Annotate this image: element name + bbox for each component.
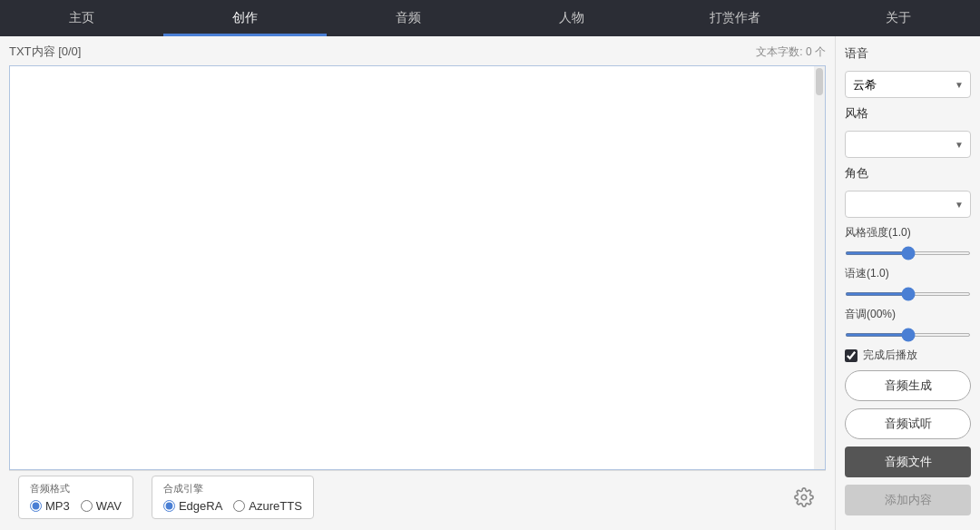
engine-edgera-radio[interactable] (163, 500, 175, 512)
pitch-slider-wrapper (845, 324, 971, 340)
gear-icon[interactable] (791, 485, 817, 510)
left-panel: TXT内容 [0/0] 文本字数: 0 个 音频格式 MP3 WAV (0, 36, 835, 530)
format-group: 音频格式 MP3 WAV (18, 476, 133, 519)
speech-rate-slider[interactable] (845, 292, 971, 296)
format-group-title: 音频格式 (30, 482, 122, 496)
speech-rate-section: 语速(1.0) (845, 266, 971, 299)
txt-label: TXT内容 [0/0] (9, 44, 81, 60)
autoplay-label: 完成后播放 (863, 348, 917, 363)
pitch-section: 音调(00%) (845, 307, 971, 340)
speech-rate-label: 语速(1.0) (845, 266, 971, 281)
style-strength-slider[interactable] (845, 251, 971, 255)
generate-button[interactable]: 音频生成 (845, 370, 971, 401)
svg-point-0 (801, 495, 807, 500)
voice-select-wrapper: 云希 ▼ (845, 71, 971, 98)
engine-azuretts-radio[interactable] (233, 500, 245, 512)
scrollbar-track (814, 66, 825, 469)
format-wav-radio[interactable] (81, 500, 93, 512)
listen-button[interactable]: 音频试听 (845, 408, 971, 439)
nav-item-sponsor[interactable]: 打赏作者 (653, 0, 817, 36)
pitch-slider[interactable] (845, 333, 971, 337)
format-wav-label[interactable]: WAV (81, 499, 122, 513)
text-area-wrapper (9, 65, 826, 470)
engine-radio-row: EdgeRA AzureTTS (163, 499, 302, 513)
main-content: TXT内容 [0/0] 文本字数: 0 个 音频格式 MP3 WAV (0, 36, 980, 530)
role-select[interactable] (845, 191, 971, 218)
right-panel: 语音 云希 ▼ 风格 ▼ 角色 ▼ 风格强度(1.0) (835, 36, 980, 530)
nav-item-audio[interactable]: 音频 (327, 0, 490, 36)
style-strength-label: 风格强度(1.0) (845, 225, 971, 240)
role-select-wrapper: ▼ (845, 191, 971, 218)
style-label: 风格 (845, 105, 971, 122)
add-content-button[interactable]: 添加内容 (845, 485, 971, 515)
audio-file-button[interactable]: 音频文件 (845, 447, 971, 477)
style-strength-section: 风格强度(1.0) (845, 225, 971, 259)
voice-label: 语音 (845, 45, 971, 62)
engine-azuretts-label[interactable]: AzureTTS (233, 499, 302, 513)
txt-header: TXT内容 [0/0] 文本字数: 0 个 (9, 44, 826, 60)
style-strength-slider-wrapper (845, 242, 971, 259)
scrollbar-thumb[interactable] (816, 68, 823, 95)
char-count: 文本字数: 0 个 (756, 44, 826, 60)
engine-group: 合成引擎 EdgeRA AzureTTS (152, 476, 314, 519)
format-mp3-radio[interactable] (30, 500, 42, 512)
main-textarea[interactable] (10, 66, 825, 469)
pitch-label: 音调(00%) (845, 307, 971, 322)
bottom-bar: 音频格式 MP3 WAV 合成引擎 EdgeRA (9, 470, 826, 523)
nav-item-home[interactable]: 主页 (0, 0, 163, 36)
nav-bar: 主页 创作 音频 人物 打赏作者 关于 (0, 0, 980, 36)
role-label: 角色 (845, 165, 971, 182)
style-select-wrapper: ▼ (845, 131, 971, 158)
speech-rate-slider-wrapper (845, 283, 971, 299)
engine-group-title: 合成引擎 (163, 482, 302, 496)
format-radio-row: MP3 WAV (30, 499, 122, 513)
nav-item-create[interactable]: 创作 (163, 0, 327, 36)
style-select[interactable] (845, 131, 971, 158)
engine-edgera-label[interactable]: EdgeRA (163, 499, 222, 513)
autoplay-row: 完成后播放 (845, 348, 971, 363)
autoplay-checkbox[interactable] (845, 349, 858, 362)
voice-select[interactable]: 云希 (845, 71, 971, 98)
format-mp3-label[interactable]: MP3 (30, 499, 70, 513)
nav-item-person[interactable]: 人物 (490, 0, 653, 36)
nav-item-about[interactable]: 关于 (817, 0, 980, 36)
